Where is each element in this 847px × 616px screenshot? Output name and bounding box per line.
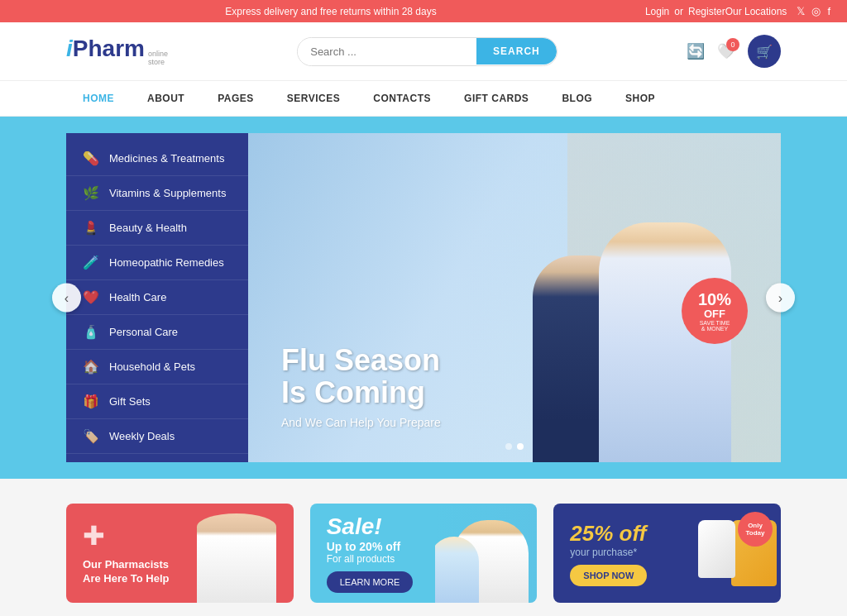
promo-card-discount: Only Today 25% off your purchase* SHOP N… bbox=[553, 504, 781, 603]
discount-badge: 10% OFF SAVE TIME & MONEY bbox=[682, 278, 748, 344]
shop-now-button[interactable]: SHOP NOW bbox=[570, 565, 647, 586]
sidebar-item-medicines[interactable]: 💊 Medicines & Treatments bbox=[66, 141, 248, 176]
hero-section: 💊 Medicines & Treatments 🌿 Vitamins & Su… bbox=[0, 117, 847, 479]
facebook-icon[interactable]: f bbox=[827, 5, 830, 17]
register-link[interactable]: Register bbox=[688, 6, 725, 17]
purchase-text: your purchase* bbox=[570, 547, 764, 558]
sidebar-label-beauty: Beauty & Health bbox=[109, 222, 187, 234]
sidebar-item-beauty[interactable]: 💄 Beauty & Health bbox=[66, 211, 248, 246]
sidebar-item-weeklydeals[interactable]: 🏷️ Weekly Deals bbox=[66, 419, 248, 454]
household-icon: 🏠 bbox=[83, 359, 99, 375]
pharmacist-cross-icon: ✚ bbox=[83, 520, 277, 552]
nav-item-about[interactable]: ABOUT bbox=[131, 81, 201, 116]
sidebar-item-personalcare[interactable]: 🧴 Personal Care bbox=[66, 315, 248, 350]
social-icons: 𝕏 ◎ f bbox=[797, 5, 830, 17]
sale-text: Sale! bbox=[327, 513, 521, 540]
nav-item-giftcards[interactable]: GIFT CARDS bbox=[447, 81, 545, 116]
slider-next-button[interactable]: › bbox=[766, 284, 795, 313]
logo-pharm: Pharm bbox=[73, 36, 145, 62]
medicine-icon: 💊 bbox=[83, 150, 99, 166]
promo-card-pharmacist: ✚ Our PharmacistsAre Here To Help bbox=[66, 504, 294, 603]
cart-icon: 🛒 bbox=[756, 44, 773, 60]
sidebar-item-healthcare[interactable]: ❤️ Health Care bbox=[66, 280, 248, 315]
learn-more-button[interactable]: LEARN MORE bbox=[327, 571, 414, 593]
nav-link-giftcards[interactable]: GIFT CARDS bbox=[447, 81, 545, 116]
twitter-icon[interactable]: 𝕏 bbox=[797, 5, 805, 17]
hero-slider: Flu SeasonIs Coming And We Can Help You … bbox=[248, 133, 781, 462]
beauty-icon: 💄 bbox=[83, 220, 99, 236]
nav-link-shop[interactable]: SHOP bbox=[609, 81, 672, 116]
nav-item-contacts[interactable]: CONTACTS bbox=[357, 81, 447, 116]
nav-link-contacts[interactable]: CONTACTS bbox=[357, 81, 447, 116]
refresh-icon-btn[interactable]: 🔄 bbox=[687, 42, 705, 60]
hero-inner: 💊 Medicines & Treatments 🌿 Vitamins & Su… bbox=[66, 133, 781, 462]
instagram-icon[interactable]: ◎ bbox=[811, 5, 821, 17]
sidebar-menu: 💊 Medicines & Treatments 🌿 Vitamins & Su… bbox=[66, 133, 248, 462]
sidebar-label-homeopathic: Homeopathic Remedies bbox=[109, 256, 224, 269]
slider-dot-1[interactable] bbox=[505, 443, 512, 450]
login-link[interactable]: Login bbox=[645, 6, 669, 17]
slider-subtitle: And We Can Help You Prepare bbox=[281, 416, 441, 429]
nav-link-services[interactable]: SERVICES bbox=[270, 81, 357, 116]
homeopathic-icon: 🧪 bbox=[83, 255, 99, 270]
header-icons: 🔄 🤍 0 🛒 bbox=[687, 35, 781, 68]
slider-content: Flu SeasonIs Coming And We Can Help You … bbox=[281, 344, 441, 429]
sidebar-label-personalcare: Personal Care bbox=[109, 326, 178, 338]
sidebar-label-medicines: Medicines & Treatments bbox=[109, 152, 224, 165]
discount-money: & MONEY bbox=[701, 326, 728, 332]
announcement: Express delivery and free returns within… bbox=[17, 6, 645, 17]
auth-separator: or bbox=[674, 6, 683, 17]
giftsets-icon: 🎁 bbox=[83, 394, 99, 409]
healthcare-icon: ❤️ bbox=[83, 289, 99, 305]
top-bar: Express delivery and free returns within… bbox=[0, 0, 847, 22]
sidebar-label-household: Household & Pets bbox=[109, 361, 195, 373]
auth-links[interactable]: Login or Register bbox=[645, 6, 725, 17]
cart-button[interactable]: 🛒 bbox=[748, 35, 781, 68]
nav-item-services[interactable]: SERVICES bbox=[270, 81, 357, 116]
search-button[interactable]: SEARCH bbox=[476, 38, 557, 64]
sidebar-item-vitamins[interactable]: 🌿 Vitamins & Supplements bbox=[66, 176, 248, 211]
sidebar-item-household[interactable]: 🏠 Household & Pets bbox=[66, 350, 248, 384]
nav-item-shop[interactable]: SHOP bbox=[609, 81, 672, 116]
logo-i: i bbox=[66, 36, 73, 62]
logo[interactable]: i Pharm online store bbox=[66, 36, 168, 67]
sale-upto: Up to 20% off bbox=[327, 540, 521, 553]
header: i Pharm online store SEARCH 🔄 🤍 0 🛒 bbox=[0, 22, 847, 81]
nav-item-pages[interactable]: PAGES bbox=[201, 81, 270, 116]
promo-title-1: Our PharmacistsAre Here To Help bbox=[83, 558, 277, 586]
promo-text-2: Sale! Up to 20% off For all products LEA… bbox=[310, 504, 538, 603]
sidebar-label-vitamins: Vitamins & Supplements bbox=[109, 187, 226, 199]
personalcare-icon: 🧴 bbox=[83, 324, 99, 340]
slider-dot-2[interactable] bbox=[517, 443, 524, 450]
refresh-icon: 🔄 bbox=[687, 43, 705, 60]
slider-title: Flu SeasonIs Coming bbox=[281, 344, 441, 409]
wishlist-badge: 0 bbox=[726, 38, 739, 51]
promo-text-1: ✚ Our PharmacistsAre Here To Help bbox=[66, 504, 294, 603]
off-text: 25% off bbox=[570, 521, 764, 547]
sidebar-label-healthcare: Health Care bbox=[109, 291, 166, 303]
locations-link[interactable]: Our Locations bbox=[725, 6, 787, 17]
search-bar[interactable]: SEARCH bbox=[297, 37, 557, 66]
sidebar-item-homeopathic[interactable]: 🧪 Homeopathic Remedies bbox=[66, 246, 248, 280]
nav-item-home[interactable]: HOME bbox=[66, 81, 131, 116]
wishlist-icon-btn[interactable]: 🤍 0 bbox=[717, 42, 735, 60]
discount-off: OFF bbox=[704, 308, 725, 320]
promo-card-sale: Sale! Up to 20% off For all products LEA… bbox=[310, 504, 538, 603]
nav-item-blog[interactable]: BLOG bbox=[545, 81, 609, 116]
nav-link-blog[interactable]: BLOG bbox=[545, 81, 609, 116]
weeklydeals-icon: 🏷️ bbox=[83, 428, 99, 444]
discount-save: SAVE TIME bbox=[700, 320, 730, 326]
discount-pct: 10% bbox=[698, 291, 731, 308]
slider-dots bbox=[505, 443, 524, 450]
main-nav: HOME ABOUT PAGES SERVICES CONTACTS GIFT … bbox=[0, 81, 847, 117]
only-today-badge: Only Today bbox=[738, 512, 773, 547]
sidebar-item-giftsets[interactable]: 🎁 Gift Sets bbox=[66, 384, 248, 419]
promo-section: ✚ Our PharmacistsAre Here To Help Sale! … bbox=[0, 479, 847, 616]
slider-prev-button[interactable]: ‹ bbox=[52, 284, 81, 313]
nav-link-about[interactable]: ABOUT bbox=[131, 81, 201, 116]
sidebar-label-giftsets: Gift Sets bbox=[109, 395, 151, 408]
nav-link-pages[interactable]: PAGES bbox=[201, 81, 270, 116]
top-bar-right: Our Locations 𝕏 ◎ f bbox=[725, 5, 830, 17]
search-input[interactable] bbox=[298, 38, 476, 65]
nav-link-home[interactable]: HOME bbox=[66, 81, 131, 116]
